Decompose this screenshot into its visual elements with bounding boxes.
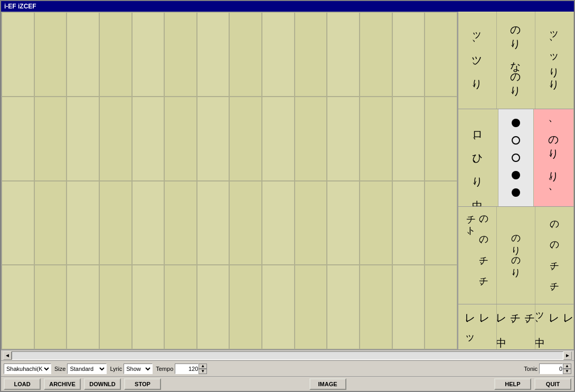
grid-cell[interactable] — [229, 181, 262, 265]
downld-button[interactable]: DOWNLD — [84, 378, 121, 390]
scrollbar-track[interactable] — [12, 351, 563, 360]
notation-col-4-2[interactable]: チ、チ、レ、中 — [497, 304, 535, 349]
notation-col-2-3[interactable]: 、のり、り。、 — [534, 109, 574, 206]
notation-col-3-3[interactable]: の、の、チ、チ、 — [535, 207, 574, 304]
notation-section-3: の、の、チ、チ、チト、 のりのり、 の、の、チ、チ、 — [458, 207, 574, 304]
grid-cell[interactable] — [425, 97, 457, 181]
grid-cell[interactable] — [34, 12, 67, 97]
grid-cell[interactable] — [229, 265, 262, 349]
right-panel: ッ、ツ、り、 のり、なのり、 ッ、ッりり、 ロ、ひ、り、中 — [458, 12, 574, 350]
grid-cell[interactable] — [99, 265, 132, 349]
grid-cell[interactable] — [327, 265, 360, 349]
tempo-down-button[interactable]: ▼ — [199, 369, 207, 374]
notation-col-1-3[interactable]: ッ、ッりり、 — [535, 12, 574, 109]
grid-cell[interactable] — [132, 97, 165, 181]
tonic-input[interactable]: 0 — [539, 364, 563, 374]
notation-col-1-1[interactable]: ッ、ツ、り、 — [458, 12, 497, 109]
grid-cell[interactable] — [132, 12, 165, 97]
grid-cell[interactable] — [295, 181, 327, 265]
notation-section-1: ッ、ツ、り、 のり、なのり、 ッ、ッりり、 — [458, 12, 574, 109]
image-button[interactable]: IMAGE — [309, 378, 346, 390]
tonic-spinner: ▲ ▼ — [563, 364, 571, 374]
dot-4 — [512, 171, 520, 179]
grid-cell[interactable] — [262, 181, 295, 265]
notation-col-3-2[interactable]: のりのり、 — [497, 207, 535, 304]
grid-cell[interactable] — [425, 12, 457, 97]
scroll-right-button[interactable]: ► — [563, 351, 572, 360]
grid-cell[interactable] — [262, 265, 295, 349]
grid-cell[interactable] — [67, 181, 99, 265]
grid-cell[interactable] — [360, 12, 392, 97]
grid-cell[interactable] — [392, 265, 425, 349]
grid-cell[interactable] — [360, 181, 392, 265]
grid-cell[interactable] — [425, 265, 457, 349]
grid-cell[interactable] — [2, 265, 34, 349]
grid-cell[interactable] — [229, 97, 262, 181]
grid-cell[interactable] — [392, 12, 425, 97]
grid-cell[interactable] — [164, 265, 197, 349]
grid-cell[interactable] — [327, 12, 360, 97]
grid-cell[interactable] — [2, 181, 34, 265]
grid-cell[interactable] — [164, 181, 197, 265]
quit-button[interactable]: QUIT — [534, 378, 571, 390]
lyric-select[interactable]: Show Hide — [124, 364, 153, 374]
grid-cell[interactable] — [197, 265, 230, 349]
tonic-down-button[interactable]: ▼ — [563, 369, 571, 374]
grid-cell[interactable] — [99, 97, 132, 181]
notation-col-3-1[interactable]: の、の、チ、チ、チト、 — [458, 207, 497, 304]
notation-col-2-1[interactable]: ロ、ひ、り、中 — [458, 109, 498, 206]
instrument-select[interactable]: Shakuhachi(K — [4, 364, 51, 374]
grid-cell[interactable] — [34, 181, 67, 265]
tempo-up-button[interactable]: ▲ — [199, 364, 207, 369]
stop-button[interactable]: STOP — [124, 378, 161, 390]
grid-cell[interactable] — [34, 97, 67, 181]
instrument-group: Shakuhachi(K — [4, 364, 51, 374]
notation-col-1-2[interactable]: のり、なのり、 — [497, 12, 535, 109]
scroll-left-button[interactable]: ◄ — [3, 351, 12, 360]
grid-cell[interactable] — [392, 181, 425, 265]
tonic-up-button[interactable]: ▲ — [563, 364, 571, 369]
lyric-label: Lyric — [110, 366, 122, 372]
dot-3 — [512, 154, 520, 162]
grid-cell[interactable] — [132, 181, 165, 265]
grid-cell[interactable] — [360, 265, 392, 349]
grid-cell[interactable] — [360, 97, 392, 181]
grid-cell[interactable] — [2, 12, 34, 97]
grid-cell[interactable] — [99, 181, 132, 265]
grid-cell[interactable] — [164, 97, 197, 181]
grid-cell[interactable] — [132, 265, 165, 349]
grid-cell[interactable] — [327, 97, 360, 181]
buttons-bar: LOAD ARCHIVE DOWNLD STOP IMAGE HELP QUIT — [1, 376, 574, 391]
grid-cell[interactable] — [262, 12, 295, 97]
notation-col-4-1[interactable]: レ、レ、ッ — [458, 304, 497, 349]
grid-cell[interactable] — [197, 97, 230, 181]
archive-button[interactable]: ARCHIVE — [44, 378, 81, 390]
grid-cell[interactable] — [229, 12, 262, 97]
grid-cell[interactable] — [67, 265, 99, 349]
tonic-group: Tonic 0 ▲ ▼ — [524, 364, 571, 374]
grid-cell[interactable] — [67, 12, 99, 97]
grid-cell[interactable] — [164, 12, 197, 97]
grid-cell[interactable] — [327, 181, 360, 265]
tempo-input[interactable]: 120 — [175, 364, 199, 374]
size-select[interactable]: Standard Large Small — [67, 364, 107, 374]
help-button[interactable]: HELP — [494, 378, 531, 390]
notation-col-4-3[interactable]: レ、レ、ッ、中 — [535, 304, 574, 349]
size-group: Size Standard Large Small — [54, 364, 107, 374]
grid-cell[interactable] — [197, 12, 230, 97]
grid-cell[interactable] — [67, 97, 99, 181]
grid-cell[interactable] — [295, 97, 327, 181]
grid-cell[interactable] — [295, 265, 327, 349]
grid-cell[interactable] — [99, 12, 132, 97]
grid-cell[interactable] — [425, 181, 457, 265]
load-button[interactable]: LOAD — [4, 378, 41, 390]
grid-cell[interactable] — [197, 181, 230, 265]
grid-cell[interactable] — [295, 12, 327, 97]
grid-cell[interactable] — [34, 265, 67, 349]
tempo-spinner: ▲ ▼ — [199, 364, 207, 374]
grid-cell[interactable] — [262, 97, 295, 181]
lyric-group: Lyric Show Hide — [110, 364, 153, 374]
grid-cell[interactable] — [392, 97, 425, 181]
grid-cell[interactable] — [2, 97, 34, 181]
notation-dots-col — [498, 109, 534, 206]
